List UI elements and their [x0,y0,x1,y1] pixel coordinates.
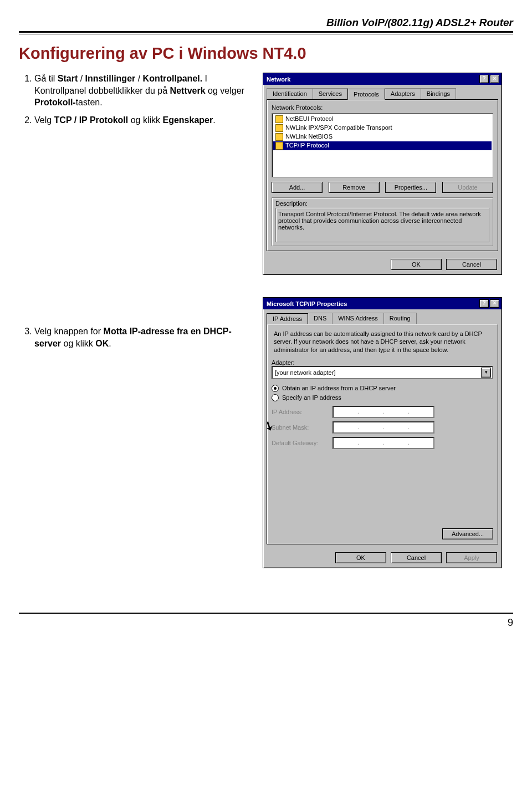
help-icon[interactable]: ? [479,299,489,308]
tab-ipaddress[interactable]: IP Address [267,313,308,324]
dialog-title: Network [267,76,290,83]
list-item-selected[interactable]: TCP/IP Protocol [273,141,492,150]
gateway-label: Default Gateway: [272,440,327,446]
properties-button[interactable]: Properties... [385,182,436,193]
page-number: 9 [19,617,513,629]
step-2: Velg TCP / IP Protokoll og klikk Egenska… [34,114,252,126]
protocol-icon [275,142,283,150]
mask-label: Subnet Mask: [272,424,327,431]
tab-routing[interactable]: Routing [383,313,417,324]
update-button: Update [442,182,493,193]
tab-wins[interactable]: WINS Address [332,313,384,324]
tab-bindings[interactable]: Bindings [421,88,456,99]
help-icon[interactable]: ? [479,75,489,83]
ip-label: IP Address: [272,409,327,415]
radio-dhcp[interactable]: Obtain an IP address from a DHCP server [272,385,493,392]
gateway-input: ... [332,437,434,449]
header-rule-top [19,31,513,33]
radio-icon [272,394,279,401]
footer-rule [19,613,513,614]
description-label: Description: [275,200,489,207]
step-3: Velg knappen for Motta IP-adresse fra en… [34,325,252,349]
radio-specify[interactable]: Specify an IP address [272,394,493,401]
screenshot-column: Network ? × Identification Services Prot… [263,73,513,590]
close-icon[interactable]: × [490,75,499,83]
protocol-icon [275,124,283,132]
ok-button[interactable]: OK [335,552,386,563]
tcpip-dialog: Microsoft TCP/IP Properties ? × IP Addre… [263,297,502,568]
instruction-column: Gå til Start / Innstillinger / Kontrollp… [19,73,252,590]
protocol-icon [275,133,283,141]
list-item[interactable]: NetBEUI Protocol [273,115,492,124]
step-1: Gå til Start / Innstillinger / Kontrollp… [34,73,252,109]
header-rule-thin [19,34,513,34]
close-icon[interactable]: × [490,299,499,308]
apply-button: Apply [446,552,497,563]
adapter-dropdown[interactable]: [your network adapter] ▾ [272,366,493,379]
chevron-down-icon[interactable]: ▾ [481,368,491,378]
list-item[interactable]: NWLink IPX/SPX Compatible Transport [273,124,492,132]
adapter-label: Adapter: [272,359,493,366]
header-product: Billion VoIP/(802.11g) ADSL2+ Router [19,17,513,29]
remove-button[interactable]: Remove [329,182,380,193]
tab-services[interactable]: Services [313,88,348,99]
page-title: Konfigurering av PC i Windows NT4.0 [19,44,513,63]
list-item[interactable]: NWLink NetBIOS [273,132,492,141]
network-dialog: Network ? × Identification Services Prot… [263,73,502,275]
intro-text: An IP address can be automatically assig… [272,329,493,359]
ip-input: ... [332,406,434,418]
ok-button[interactable]: OK [391,259,442,270]
mask-input: ... [332,421,434,434]
tabs-row: Identification Services Protocols Adapte… [263,85,502,99]
protocols-label: Network Protocols: [272,104,493,111]
cancel-button[interactable]: Cancel [446,259,497,270]
tab-identification[interactable]: Identification [267,88,313,99]
radio-icon [272,385,279,392]
add-button[interactable]: Add... [272,182,323,193]
dialog-title: Microsoft TCP/IP Properties [267,300,347,307]
description-text: Transport Control Protocol/Internet Prot… [275,208,489,242]
protocols-listbox[interactable]: NetBEUI Protocol NWLink IPX/SPX Compatib… [272,113,493,177]
cancel-button[interactable]: Cancel [391,552,442,563]
advanced-button[interactable]: Advanced... [442,528,493,539]
tab-adapters[interactable]: Adapters [385,88,421,99]
protocol-icon [275,115,283,123]
tab-dns[interactable]: DNS [308,313,332,324]
tab-protocols[interactable]: Protocols [347,89,385,100]
